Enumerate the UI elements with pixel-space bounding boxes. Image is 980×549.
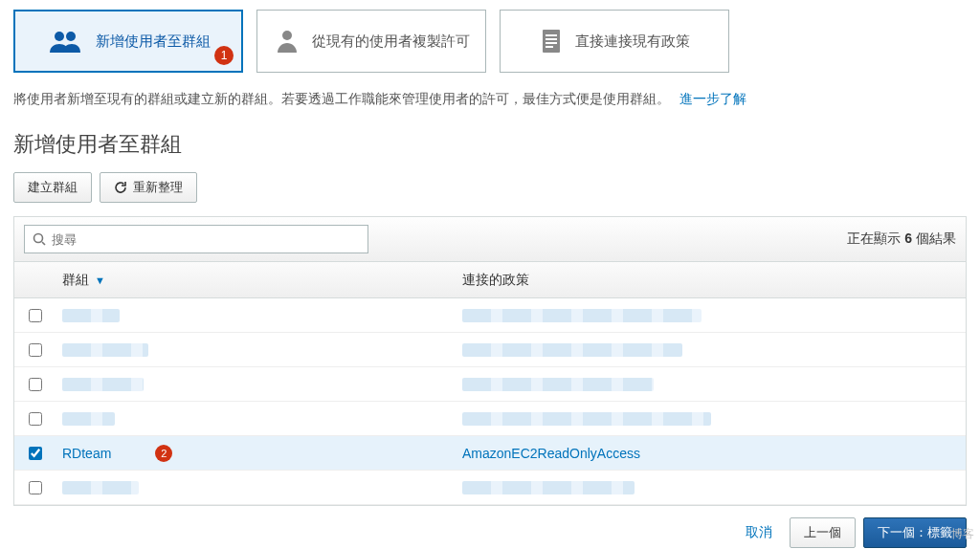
redacted-group (62, 481, 139, 494)
search-input[interactable] (52, 232, 360, 247)
row-checkbox[interactable] (29, 481, 42, 494)
policy-cell (457, 378, 966, 391)
tab-copy-from-user[interactable]: 從現有的使用者複製許可 (256, 10, 486, 73)
svg-rect-3 (543, 30, 560, 53)
svg-rect-6 (546, 42, 557, 44)
group-icon (46, 28, 84, 55)
wizard-footer: 取消 上一個 下一個：標籤 (0, 506, 980, 549)
row-checkbox[interactable] (29, 343, 42, 357)
group-cell (56, 378, 457, 391)
row-checkbox-cell (14, 309, 56, 322)
row-checkbox[interactable] (29, 447, 42, 460)
table-row[interactable]: RDteam2AmazonEC2ReadOnlyAccess (14, 436, 966, 471)
person-icon (274, 28, 301, 55)
tab-label: 從現有的使用者複製許可 (312, 33, 470, 51)
row-checkbox[interactable] (29, 412, 42, 426)
redacted-policy (462, 343, 682, 357)
group-cell (56, 412, 457, 426)
group-cell: RDteam2 (56, 445, 457, 462)
row-checkbox[interactable] (29, 378, 42, 391)
tab-label: 直接連接現有政策 (575, 33, 690, 51)
table-row[interactable] (14, 367, 966, 402)
groups-table: 正在顯示 6 個結果 群組 ▼ 連接的政策 RDteam2AmazonEC2Re… (13, 216, 967, 506)
group-cell (56, 309, 457, 322)
permission-method-tabs: 新增使用者至群組 1 從現有的使用者複製許可 直接連接現有政策 (13, 10, 967, 73)
tab-attach-policy[interactable]: 直接連接現有政策 (500, 10, 729, 73)
redacted-group (62, 412, 115, 426)
row-checkbox-cell (14, 481, 56, 494)
svg-point-2 (282, 31, 292, 40)
tab-add-user-to-group[interactable]: 新增使用者至群組 1 (13, 10, 243, 73)
redacted-policy (462, 378, 654, 391)
create-group-button[interactable]: 建立群組 (13, 172, 92, 203)
previous-button[interactable]: 上一個 (790, 517, 856, 548)
tab-label: 新增使用者至群組 (96, 33, 211, 51)
row-checkbox-cell (14, 378, 56, 391)
redacted-group (62, 343, 148, 357)
svg-rect-7 (546, 46, 553, 48)
redacted-policy (462, 481, 635, 494)
policy-cell: AmazonEC2ReadOnlyAccess (457, 446, 966, 461)
group-column-header[interactable]: 群組 ▼ (56, 272, 457, 289)
row-checkbox-cell (14, 343, 56, 357)
refresh-icon (114, 181, 127, 194)
row-checkbox-cell (14, 412, 56, 426)
refresh-label: 重新整理 (133, 179, 183, 196)
badge-2: 2 (155, 445, 172, 462)
policy-cell (457, 481, 966, 494)
svg-rect-5 (546, 38, 557, 40)
results-count: 正在顯示 6 個結果 (847, 231, 956, 248)
table-search-bar: 正在顯示 6 個結果 (14, 217, 966, 262)
policy-link[interactable]: AmazonEC2ReadOnlyAccess (462, 446, 640, 461)
row-checkbox[interactable] (29, 309, 42, 322)
search-box[interactable] (24, 225, 368, 253)
group-link[interactable]: RDteam (62, 446, 111, 461)
group-cell (56, 481, 457, 494)
policy-column-header[interactable]: 連接的政策 (457, 272, 966, 289)
row-checkbox-cell (14, 447, 56, 460)
refresh-button[interactable]: 重新整理 (100, 172, 197, 203)
watermark: 博客 (951, 526, 974, 542)
svg-point-8 (34, 234, 43, 243)
toolbar: 建立群組 重新整理 (13, 172, 967, 203)
policy-cell (457, 412, 966, 426)
search-icon (33, 232, 46, 246)
table-row[interactable] (14, 471, 966, 505)
redacted-policy (462, 309, 702, 322)
table-row[interactable] (14, 333, 966, 367)
description-text: 將使用者新增至現有的群組或建立新的群組。若要透過工作職能來管理使用者的許可，最佳… (13, 88, 967, 109)
table-row[interactable] (14, 402, 966, 436)
badge-1: 1 (214, 46, 234, 65)
policy-cell (457, 309, 966, 322)
redacted-group (62, 309, 120, 322)
svg-point-0 (55, 32, 64, 41)
redacted-policy (462, 412, 711, 426)
redacted-group (62, 378, 144, 391)
create-group-label: 建立群組 (28, 179, 78, 196)
learn-more-link[interactable]: 進一步了解 (679, 91, 746, 106)
group-cell (56, 343, 457, 357)
chevron-down-icon: ▼ (95, 274, 105, 286)
table-header: 群組 ▼ 連接的政策 (14, 262, 966, 298)
description-body: 將使用者新增至現有的群組或建立新的群組。若要透過工作職能來管理使用者的許可，最佳… (13, 91, 670, 106)
table-row[interactable] (14, 298, 966, 333)
table-body: RDteam2AmazonEC2ReadOnlyAccess (14, 298, 966, 505)
section-title: 新增使用者至群組 (13, 130, 967, 159)
svg-point-1 (66, 32, 76, 41)
policy-cell (457, 343, 966, 357)
svg-rect-4 (546, 34, 557, 36)
document-icon (539, 28, 564, 55)
cancel-button[interactable]: 取消 (736, 518, 782, 547)
